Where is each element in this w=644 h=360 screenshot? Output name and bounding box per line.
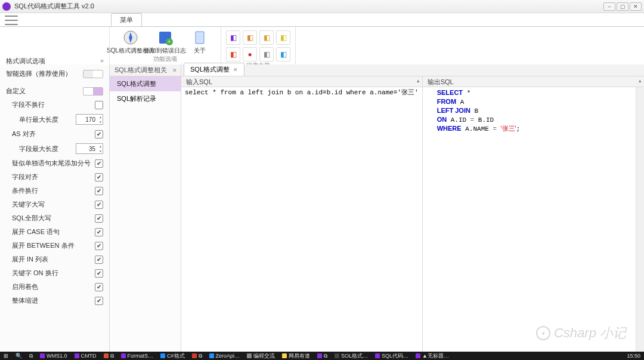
taskbar-item[interactable]: CMTD — [71, 352, 100, 360]
sidebar-option-label: 字段对齐 — [12, 173, 95, 181]
sidebar-option-spinner[interactable]: 170 — [76, 114, 103, 125]
nav-item[interactable]: SQL解析记录 — [110, 91, 181, 106]
sidebar-option-checkbox[interactable] — [95, 283, 103, 291]
sidebar-option-row: 启用着色 — [6, 280, 103, 294]
sidebar-option-row: 整体缩进 — [6, 294, 103, 307]
output-pane-title: 输出SQL — [428, 78, 454, 85]
nav-panel-title: SQL格式调整相关 — [114, 66, 167, 75]
app-title: SQL代码格式调整工具 v2.0 — [14, 2, 602, 11]
sidebar-option-label: 条件换行 — [12, 186, 95, 195]
taskbar-item[interactable]: ⊞ — [0, 352, 12, 360]
sidebar-option-checkbox[interactable] — [95, 228, 103, 236]
document-tab-close-icon[interactable]: ✕ — [233, 67, 238, 73]
nav-item[interactable]: SQL格式调整 — [110, 76, 181, 91]
nav-panel-header: SQL格式调整相关 ✕ — [110, 64, 181, 76]
theme-swatch-1[interactable]: ◧ — [226, 30, 240, 45]
output-scrollbar[interactable] — [636, 87, 644, 352]
sidebar-option-checkbox[interactable] — [95, 269, 103, 278]
custom-label: 自定义 — [6, 87, 83, 96]
taskbar-item[interactable]: WMS1.0 — [36, 352, 71, 360]
work-area: SQL格式调整 ✕ 输入SQL ▴ select * from a left j… — [181, 64, 644, 352]
svg-text:+: + — [168, 39, 171, 45]
sidebar-option-checkbox[interactable] — [95, 214, 103, 223]
window-minimize-button[interactable]: – — [603, 2, 615, 11]
theme-swatch-8[interactable]: ◧ — [276, 47, 290, 61]
ribbon-tabstrip: 菜单 — [0, 13, 644, 26]
taskbar-item[interactable]: FormatS… — [117, 352, 157, 360]
theme-swatch-4[interactable]: ◧ — [276, 30, 290, 45]
scroll-up-icon[interactable]: ▴ — [417, 78, 420, 84]
theme-swatch-5[interactable]: ◧ — [226, 47, 240, 61]
custom-toggle[interactable] — [83, 87, 103, 96]
sidebar-option-row: 字段最大长度35 — [6, 141, 103, 156]
sidebar-option-row: 展开 IN 列表 — [6, 253, 103, 266]
ribbon: 菜单 格式调试选项 « SQL格式调整相关 + 添加 — [0, 13, 644, 65]
input-pane: 输入SQL ▴ select * from a left join b on a… — [181, 76, 423, 352]
sidebar-option-checkbox[interactable] — [95, 130, 103, 139]
sidebar-option-checkbox[interactable] — [95, 201, 103, 209]
add-to-error-log-button[interactable]: + 添加到错误日志 — [149, 28, 181, 55]
sidebar-option-checkbox[interactable] — [95, 173, 103, 181]
sidebar-header: 格式调试选项 « — [0, 53, 110, 66]
theme-swatch-6[interactable]: ● — [243, 47, 257, 61]
sidebar-option-checkbox[interactable] — [95, 256, 103, 264]
theme-swatch-3[interactable]: ◧ — [259, 30, 274, 45]
sidebar-option-row: 疑似单独语句末尾添加分号 — [6, 156, 103, 170]
sidebar-option-row: 字段不换行 — [6, 98, 103, 112]
input-pane-title: 输入SQL — [186, 78, 212, 85]
taskbar-item[interactable]: ⧉ — [188, 352, 206, 360]
about-button[interactable]: 关于 — [184, 28, 216, 55]
taskbar-item[interactable]: 编程交流 — [243, 352, 278, 360]
input-sql-editor[interactable]: select * from a left join b on a.id=b.id… — [181, 87, 422, 352]
ribbon-tab-menu[interactable]: 菜单 — [111, 13, 142, 26]
taskbar-item[interactable]: 🔍 — [12, 352, 26, 360]
sidebar-option-label: SQL全部大写 — [12, 214, 95, 223]
taskbar-item[interactable]: ⧉ — [314, 352, 331, 360]
sidebar-option-row: AS 对齐 — [6, 127, 103, 141]
sidebar-option-label: 展开 IN 列表 — [12, 255, 95, 264]
document-tab-sql-format[interactable]: SQL格式调整 ✕ — [184, 63, 244, 76]
taskbar-clock: 15:50 — [623, 353, 644, 359]
nav-panel-close-icon[interactable]: ✕ — [172, 67, 177, 73]
sidebar-option-label: 字段最大长度 — [19, 144, 76, 153]
taskbar-item[interactable]: ▲无标题… — [412, 352, 453, 360]
taskbar-item[interactable]: ZeroApi… — [206, 352, 244, 360]
sql-format-related-button[interactable]: SQL格式调整相关 — [114, 28, 147, 55]
taskbar-item[interactable]: 网易有道 — [278, 352, 314, 360]
scroll-up-icon[interactable]: ▴ — [639, 78, 642, 84]
sidebar-option-row: 关键字大写 — [6, 198, 103, 211]
taskbar-item[interactable]: ⧉ — [100, 352, 117, 360]
sidebar-option-label: 启用着色 — [12, 282, 95, 291]
nav-panel: SQL格式调整相关 ✕ SQL格式调整SQL解析记录 — [110, 64, 181, 352]
sidebar-option-row: 条件换行 — [6, 184, 103, 198]
taskbar-item[interactable]: C#格式 — [157, 352, 188, 360]
taskbar: ⊞🔍⧉WMS1.0CMTD⧉FormatS…C#格式⧉ZeroApi…编程交流网… — [0, 352, 644, 360]
theme-swatch-2[interactable]: ◧ — [243, 30, 257, 45]
sidebar-option-label: AS 对齐 — [12, 130, 95, 139]
sidebar-option-label: 疑似单独语句末尾添加分号 — [12, 159, 95, 168]
sidebar-option-checkbox[interactable] — [95, 297, 103, 305]
sidebar-option-checkbox[interactable] — [95, 187, 103, 195]
sidebar-option-label: 展开 CASE 语句 — [12, 227, 95, 236]
sidebar-option-row: 展开 CASE 语句 — [6, 225, 103, 239]
hamburger-icon[interactable] — [5, 16, 18, 25]
sidebar-option-checkbox[interactable] — [95, 242, 103, 250]
theme-swatch-7[interactable]: ◧ — [259, 47, 274, 61]
sidebar-option-spinner[interactable]: 35 — [76, 143, 103, 154]
window-maximize-button[interactable]: ▢ — [617, 2, 628, 11]
sidebar-option-row: 展开 BETWEEN 条件 — [6, 239, 103, 253]
output-pane-header: 输出SQL ▴ — [423, 76, 644, 87]
output-pane: 输出SQL ▴ SELECT * FROM A LEFT JOIN B ON A… — [423, 76, 644, 352]
window-close-button[interactable]: ✕ — [630, 2, 642, 11]
smart-select-toggle[interactable] — [83, 70, 103, 78]
smart-select-label: 智能选择（推荐使用） — [6, 69, 83, 78]
svg-rect-4 — [196, 32, 204, 44]
sidebar-option-row: 单行最大长度170 — [6, 112, 103, 127]
taskbar-item[interactable]: SOL格式… — [331, 352, 371, 360]
sidebar-option-checkbox[interactable] — [95, 101, 103, 109]
sidebar-option-checkbox[interactable] — [95, 159, 103, 168]
taskbar-item[interactable]: ⧉ — [26, 352, 36, 360]
compass-icon — [122, 29, 139, 46]
ribbon-group-actions: SQL格式调整相关 + 添加到错误日志 关于 功能选项 — [110, 27, 221, 64]
taskbar-item[interactable]: SQL代码… — [371, 352, 412, 360]
